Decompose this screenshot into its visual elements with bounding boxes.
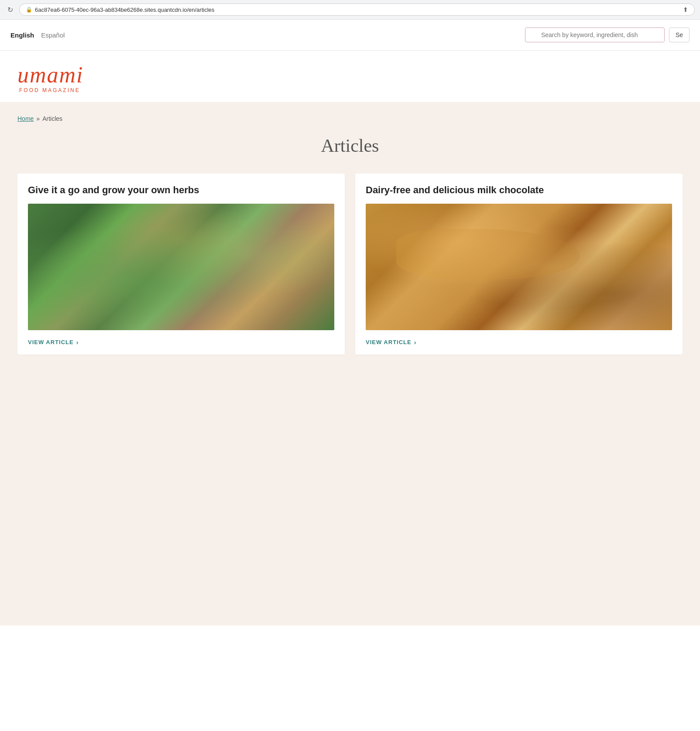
share-icon[interactable]: ⬆ [683, 6, 688, 13]
view-article-chocolate-arrow: › [414, 339, 417, 346]
view-article-herbs-label: VIEW ARTICLE [28, 339, 74, 345]
language-switcher: English Español [10, 31, 65, 39]
view-article-chocolate-label: VIEW ARTICLE [366, 339, 412, 345]
search-button[interactable]: Se [669, 27, 690, 42]
article-card-chocolate: Dairy-free and delicious milk chocolate … [355, 174, 683, 355]
logo-section: umami FOOD MAGAZINE [0, 51, 700, 102]
breadcrumb-home-link[interactable]: Home [17, 115, 34, 122]
logo-brand[interactable]: umami [17, 64, 683, 86]
breadcrumb: Home » Articles [17, 115, 683, 122]
article-title-herbs: Give it a go and grow your own herbs [28, 184, 334, 197]
lang-english[interactable]: English [10, 31, 34, 39]
browser-chrome: ↻ 🔒 6ac87ea6-6075-40ec-96a3-ab834be6268e… [0, 0, 700, 20]
refresh-button[interactable]: ↻ [5, 5, 15, 14]
top-nav: English Español 🔍 Se [0, 20, 700, 51]
search-area: 🔍 Se [525, 27, 690, 42]
breadcrumb-separator: » [36, 115, 40, 122]
main-content: Home » Articles Articles Give it a go an… [0, 102, 700, 625]
search-input[interactable] [525, 27, 665, 42]
article-title-chocolate: Dairy-free and delicious milk chocolate [366, 184, 672, 197]
lock-icon: 🔒 [26, 7, 32, 13]
address-bar[interactable]: 🔒 6ac87ea6-6075-40ec-96a3-ab834be6268e.s… [19, 3, 695, 16]
search-wrapper: 🔍 [525, 27, 665, 42]
view-article-herbs-arrow: › [76, 339, 79, 346]
article-image-chocolate [366, 204, 672, 330]
lang-espanol[interactable]: Español [41, 31, 65, 39]
chocolate-photo [366, 204, 672, 330]
page-title: Articles [17, 135, 683, 156]
herbs-photo [28, 204, 334, 330]
breadcrumb-current: Articles [42, 115, 62, 122]
view-article-chocolate[interactable]: VIEW ARTICLE › [366, 339, 672, 346]
url-text: 6ac87ea6-6075-40ec-96a3-ab834be6268e.sit… [35, 7, 680, 13]
articles-grid: Give it a go and grow your own herbs VIE… [17, 174, 683, 355]
article-card-herbs: Give it a go and grow your own herbs VIE… [17, 174, 345, 355]
logo-subtitle: FOOD MAGAZINE [19, 87, 683, 93]
article-image-herbs [28, 204, 334, 330]
view-article-herbs[interactable]: VIEW ARTICLE › [28, 339, 334, 346]
